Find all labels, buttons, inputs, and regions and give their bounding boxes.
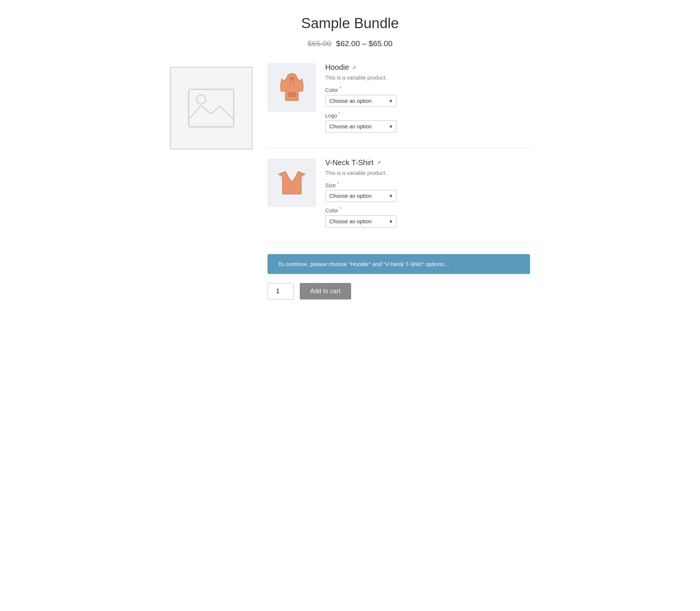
vneck-description: This is a variable product. [325,170,530,176]
quantity-input[interactable] [267,283,294,299]
hoodie-color-label: Color * [325,86,530,93]
vneck-external-link-icon[interactable]: ↗ [377,160,381,166]
hoodie-description: This is a variable product. [325,75,530,81]
bundle-item-hoodie: Hoodie ↗ This is a variable product. Col… [267,63,530,148]
bundle-item-vneck: V-Neck T-Shirt ↗ This is a variable prod… [267,148,530,243]
vneck-color-group: Color * Choose an option [325,206,530,227]
svg-point-1 [197,95,206,104]
price-current: $62.00 – $65.00 [336,39,392,48]
price-row: $65.00 $62.00 – $65.00 [170,39,530,48]
vneck-color-required: * [339,206,341,211]
hoodie-logo-select[interactable]: Choose an option [325,120,397,132]
hoodie-color-select[interactable]: Choose an option [325,95,397,107]
vneck-color-select[interactable]: Choose an option [325,215,397,227]
notice-text: To continue, please choose "Hoodie" and … [278,261,450,267]
bundle-items: Hoodie ↗ This is a variable product. Col… [267,63,530,299]
hoodie-logo-group: Logo * Choose an option [325,111,530,132]
svg-rect-0 [189,89,234,127]
cart-row: Add to cart [267,283,530,299]
notice-bar: To continue, please choose "Hoodie" and … [267,254,530,274]
hoodie-name-row: Hoodie ↗ [325,63,530,72]
hoodie-image [267,63,316,112]
hoodie-logo-required: * [339,111,340,116]
vneck-icon [275,166,309,200]
vneck-size-required: * [337,181,339,186]
hoodie-color-required: * [339,86,341,90]
vneck-details: V-Neck T-Shirt ↗ This is a variable prod… [325,158,530,232]
product-layout: Hoodie ↗ This is a variable product. Col… [170,63,530,299]
vneck-name: V-Neck T-Shirt [325,158,374,167]
hoodie-name: Hoodie [325,63,349,72]
price-original: $65.00 [308,39,332,48]
page-wrapper: Sample Bundle $65.00 $62.00 – $65.00 [162,0,538,322]
hoodie-external-link-icon[interactable]: ↗ [352,65,356,71]
svg-rect-2 [288,92,296,97]
vneck-size-select[interactable]: Choose an option [325,190,397,202]
vneck-color-label: Color * [325,206,530,214]
hoodie-details: Hoodie ↗ This is a variable product. Col… [325,63,530,137]
hoodie-color-group: Color * Choose an option [325,86,530,107]
hoodie-logo-label: Logo * [325,111,530,119]
hoodie-icon [275,71,309,104]
vneck-name-row: V-Neck T-Shirt ↗ [325,158,530,167]
add-to-cart-button[interactable]: Add to cart [300,283,351,299]
product-image-placeholder [170,67,252,149]
vneck-size-label: Size * [325,181,530,188]
vneck-image [267,158,316,207]
placeholder-image-icon [187,84,236,132]
page-title: Sample Bundle [170,15,530,32]
vneck-size-group: Size * Choose an option [325,181,530,202]
